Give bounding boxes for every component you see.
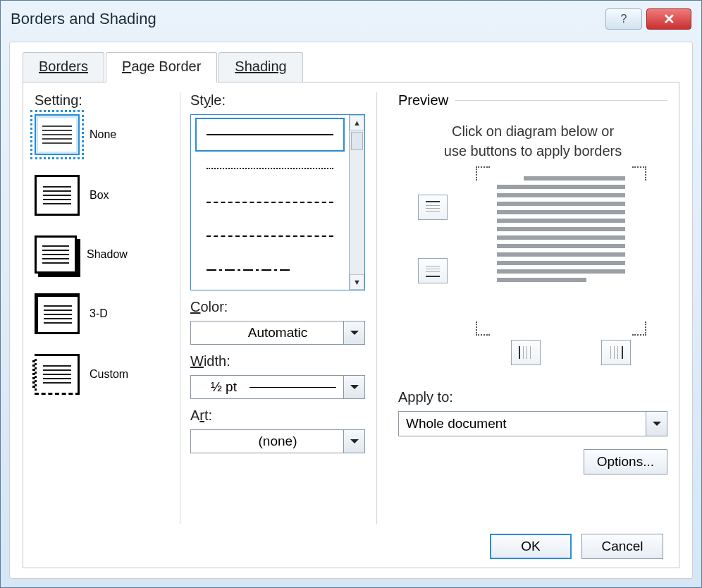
scroll-thumb[interactable] — [351, 132, 363, 150]
custom-icon — [35, 354, 80, 395]
tab-shading[interactable]: Shading — [218, 52, 302, 82]
corner-marker — [476, 166, 490, 180]
setting-custom[interactable]: Custom — [35, 354, 168, 395]
bottom-border-button[interactable] — [418, 258, 448, 283]
svg-rect-10 — [526, 346, 527, 359]
tab-borders[interactable]: Borders — [23, 52, 104, 82]
titlebar: Borders and Shading ? ✕ — [1, 1, 701, 37]
preview-hint: Click on diagram below or use buttons to… — [405, 121, 660, 161]
page-preview-icon — [497, 176, 625, 319]
svg-rect-9 — [523, 346, 524, 359]
setting-label: Setting: — [35, 92, 168, 109]
svg-rect-8 — [519, 346, 520, 359]
color-value: Automatic — [248, 325, 307, 341]
setting-column: Setting: None Box Shadow — [35, 92, 168, 524]
svg-rect-7 — [426, 276, 440, 277]
chevron-down-icon — [343, 376, 364, 398]
chevron-down-icon — [646, 412, 667, 436]
preview-column: Preview Click on diagram below or use bu… — [388, 92, 667, 524]
chevron-down-icon — [343, 430, 364, 453]
dialog-title: Borders and Shading — [11, 10, 605, 28]
setting-box[interactable]: Box — [35, 175, 168, 216]
width-sample — [250, 387, 336, 388]
style-scrollbar[interactable]: ▲ ▼ — [349, 115, 364, 290]
style-label: Style: — [190, 92, 367, 109]
ok-button[interactable]: OK — [490, 534, 572, 559]
setting-3d[interactable]: 3-D — [35, 293, 168, 334]
width-value: ½ pt — [211, 379, 237, 395]
tab-panel: Setting: None Box Shadow — [23, 82, 679, 568]
svg-rect-3 — [426, 211, 440, 212]
style-solid[interactable] — [195, 118, 345, 152]
setting-custom-label: Custom — [90, 368, 128, 381]
setting-shadow-label: Shadow — [87, 248, 128, 261]
scroll-down-icon[interactable]: ▼ — [350, 274, 364, 290]
svg-rect-5 — [426, 269, 440, 269]
style-dotted[interactable] — [195, 152, 345, 185]
corner-marker — [632, 166, 646, 180]
svg-rect-13 — [614, 346, 615, 359]
corner-marker — [632, 321, 646, 336]
preview-diagram[interactable] — [398, 166, 667, 357]
options-button[interactable]: Options... — [584, 449, 667, 474]
svg-rect-4 — [426, 266, 440, 267]
svg-rect-14 — [617, 346, 618, 359]
color-select[interactable]: Automatic — [190, 321, 365, 345]
apply-to-value: Whole document — [406, 416, 507, 431]
right-border-button[interactable] — [601, 340, 631, 365]
tab-strip: Borders Page Border Shading — [23, 52, 679, 82]
style-dashed-med[interactable] — [195, 219, 345, 253]
setting-none[interactable]: None — [35, 114, 168, 155]
close-button[interactable]: ✕ — [646, 8, 691, 30]
svg-rect-6 — [426, 271, 440, 272]
borders-shading-dialog: Borders and Shading ? ✕ Borders Page Bor… — [0, 0, 702, 588]
svg-rect-12 — [610, 346, 611, 359]
cancel-button[interactable]: Cancel — [581, 534, 663, 559]
help-button[interactable]: ? — [605, 8, 642, 30]
tab-page-border[interactable]: Page Border — [106, 52, 217, 82]
art-value: (none) — [259, 434, 297, 449]
none-icon — [35, 114, 80, 155]
svg-rect-2 — [426, 208, 440, 209]
preview-label: Preview — [398, 92, 448, 109]
left-border-button[interactable] — [511, 340, 541, 365]
color-label: Color: — [190, 299, 367, 315]
three-d-icon — [35, 293, 80, 334]
svg-rect-15 — [622, 346, 623, 359]
svg-rect-0 — [426, 201, 440, 202]
art-select[interactable]: (none) — [190, 429, 365, 453]
art-label: Art: — [190, 408, 367, 424]
chevron-down-icon — [343, 321, 364, 344]
dialog-body: Borders Page Border Shading Setting: Non… — [9, 42, 693, 579]
width-label: Width: — [190, 353, 367, 369]
corner-marker — [476, 321, 490, 336]
setting-shadow[interactable]: Shadow — [35, 235, 168, 274]
setting-3d-label: 3-D — [90, 307, 108, 320]
style-listbox[interactable]: ▲ ▼ — [190, 114, 365, 290]
setting-box-label: Box — [90, 189, 109, 202]
scroll-up-icon[interactable]: ▲ — [350, 115, 364, 130]
svg-rect-1 — [426, 205, 440, 206]
style-dashed-short[interactable] — [195, 185, 345, 219]
dialog-footer: OK Cancel — [35, 524, 667, 561]
shadow-icon — [35, 235, 77, 274]
apply-to-label: Apply to: — [398, 389, 667, 405]
svg-rect-11 — [530, 346, 531, 359]
style-dash-dot[interactable] — [195, 253, 345, 287]
style-column: Style: ▲ — [180, 92, 377, 524]
setting-none-label: None — [90, 128, 116, 141]
width-select[interactable]: ½ pt — [190, 375, 365, 399]
top-border-button[interactable] — [418, 195, 448, 220]
apply-to-select[interactable]: Whole document — [398, 411, 667, 436]
box-icon — [35, 175, 80, 216]
